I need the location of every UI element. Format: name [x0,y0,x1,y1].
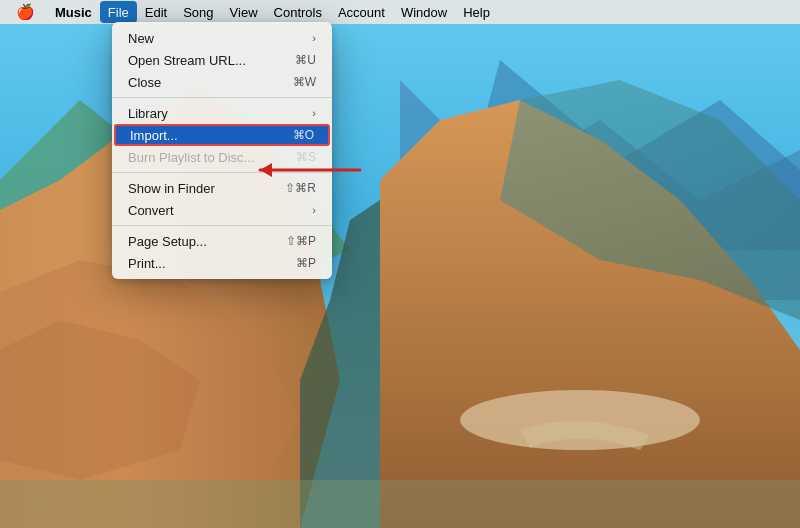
apple-menu[interactable]: 🍎 [8,1,43,23]
menu-item-burn-playlist[interactable]: Burn Playlist to Disc... ⌘S [112,146,332,168]
menubar: 🍎 Music File Edit Song View Controls Acc… [0,0,800,24]
menu-item-burn-shortcut: ⌘S [296,150,316,164]
menu-item-print-shortcut: ⌘P [296,256,316,270]
submenu-arrow-library: › [312,107,316,119]
file-dropdown-menu: New › Open Stream URL... ⌘U Close ⌘W Lib… [112,22,332,279]
menu-item-library[interactable]: Library › [112,102,332,124]
menu-item-print-label: Print... [128,256,276,271]
menu-item-new-label: New [128,31,312,46]
menu-item-page-setup-label: Page Setup... [128,234,266,249]
submenu-arrow-new: › [312,32,316,44]
menubar-song[interactable]: Song [175,1,221,23]
menu-item-page-setup[interactable]: Page Setup... ⇧⌘P [112,230,332,252]
menubar-music[interactable]: Music [47,1,100,23]
separator-3 [112,225,332,226]
menubar-window[interactable]: Window [393,1,455,23]
menu-item-close-shortcut: ⌘W [293,75,316,89]
menu-item-close-label: Close [128,75,273,90]
menu-item-library-label: Library [128,106,312,121]
separator-1 [112,97,332,98]
menubar-controls[interactable]: Controls [266,1,330,23]
menu-item-burn-label: Burn Playlist to Disc... [128,150,276,165]
menu-item-finder-shortcut: ⇧⌘R [285,181,316,195]
menu-item-convert-label: Convert [128,203,312,218]
menu-item-open-stream[interactable]: Open Stream URL... ⌘U [112,49,332,71]
menu-item-new[interactable]: New › [112,27,332,49]
menu-item-close[interactable]: Close ⌘W [112,71,332,93]
menu-item-finder-label: Show in Finder [128,181,265,196]
menubar-help[interactable]: Help [455,1,498,23]
menubar-account[interactable]: Account [330,1,393,23]
menu-item-show-finder[interactable]: Show in Finder ⇧⌘R [112,177,332,199]
submenu-arrow-convert: › [312,204,316,216]
menu-item-print[interactable]: Print... ⌘P [112,252,332,274]
menubar-view[interactable]: View [222,1,266,23]
menu-item-open-stream-shortcut: ⌘U [295,53,316,67]
menubar-edit[interactable]: Edit [137,1,175,23]
menu-item-import-shortcut: ⌘O [293,128,314,142]
menubar-file[interactable]: File [100,1,137,23]
menu-item-page-setup-shortcut: ⇧⌘P [286,234,316,248]
menu-item-open-stream-label: Open Stream URL... [128,53,275,68]
separator-2 [112,172,332,173]
menu-item-convert[interactable]: Convert › [112,199,332,221]
menu-item-import-label: Import... [130,128,273,143]
menu-item-import[interactable]: Import... ⌘O [114,124,330,146]
